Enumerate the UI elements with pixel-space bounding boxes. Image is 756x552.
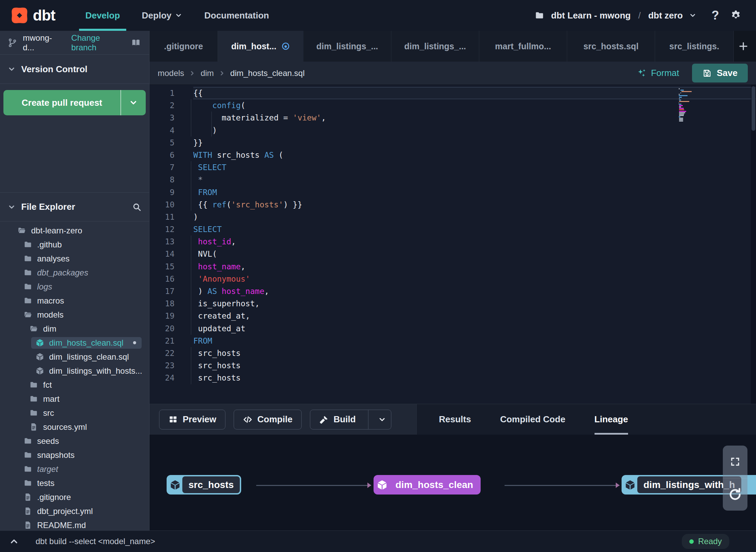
indent-guide [191,186,191,198]
tree-item-mart[interactable]: mart [0,392,149,406]
tree-item-label: dim_hosts_clean.sql [49,338,123,348]
code-line-20[interactable]: 20 updated_at [149,322,756,335]
editor-scrollbar[interactable] [751,85,756,404]
search-icon[interactable] [132,202,142,212]
code-line-3[interactable]: 3 materialized = 'view', [149,112,756,124]
tree-item-target[interactable]: target [0,462,149,476]
settings-gear-icon[interactable] [730,10,742,21]
panel-tab-compiled-code[interactable]: Compiled Code [500,404,565,435]
tree-item-dbt-packages[interactable]: dbt_packages [0,266,149,280]
code-line-2[interactable]: 2 config( [149,99,756,112]
build-button[interactable]: Build [310,410,392,429]
build-dropdown[interactable] [373,415,391,424]
tab-src-hosts.sql[interactable]: src_hosts.sql [567,31,655,62]
tree-item-dim-hosts-clean.sql[interactable]: dim_hosts_clean.sql [0,336,149,350]
chevron-down-icon [8,203,16,211]
tree-item-.gitignore[interactable]: .gitignore [0,490,149,504]
kebab-menu-icon[interactable] [738,536,747,547]
nav-item-documentation[interactable]: Documentation [195,0,278,31]
tree-item-src[interactable]: src [0,406,149,420]
code-line-1[interactable]: 1{{ [149,87,756,99]
docs-book-icon[interactable] [130,38,142,48]
breadcrumb-item-dim[interactable]: dim [200,68,214,78]
tree-item-models[interactable]: models [0,308,149,322]
code-editor[interactable]: 1{{2 config(3 materialized = 'view',4 )5… [149,85,756,404]
project-name[interactable]: dbt Learn - mwong [551,10,631,21]
command-input[interactable]: dbt build --select <model_name> [36,537,155,546]
tab-mart-fullmo...[interactable]: mart_fullmo... [479,31,567,62]
lineage-node-src_hosts[interactable]: src_hosts [167,475,241,495]
code-line-8[interactable]: 8 * [149,174,756,186]
change-branch-link[interactable]: Change branch [71,33,125,52]
dbt-logo[interactable]: dbt [10,0,55,31]
minimap[interactable] [679,88,696,122]
tree-item-dbt-project.yml[interactable]: dbt_project.yml [0,504,149,518]
tree-item-dbt-learn-zero[interactable]: dbt-learn-zero [0,223,149,238]
tree-item-dim[interactable]: dim [0,322,149,336]
tab-dim-listings-...[interactable]: dim_listings_... [303,31,391,62]
code-line-19[interactable]: 19 created_at, [149,310,756,322]
compile-button[interactable]: Compile [234,410,302,429]
tab-.gitignore[interactable]: .gitignore [149,31,218,62]
code-lines: 1{{2 config(3 materialized = 'view',4 )5… [149,87,756,384]
model-icon [170,479,181,490]
status-bar: dbt build --select <model_name> Ready [0,530,756,552]
panel-tab-lineage[interactable]: Lineage [595,404,628,435]
chevron-up-icon[interactable] [9,536,19,547]
tree-item-dim-listings-with-hosts...[interactable]: dim_listings_with_hosts... [0,364,149,378]
file-explorer-header[interactable]: File Explorer [0,193,149,221]
format-button[interactable]: Format [637,68,679,78]
scrollbar-thumb[interactable] [752,86,755,131]
reset-view-button[interactable] [723,478,747,511]
lineage-node-dim_hosts_clean[interactable]: dim_hosts_clean [374,475,481,495]
preview-button[interactable]: Preview [159,410,225,429]
pull-request-dropdown[interactable] [121,90,146,115]
tree-item-snapshots[interactable]: snapshots [0,448,149,462]
tab-dim-host...[interactable]: dim_host... [218,31,303,62]
tree-item-README.md[interactable]: README.md [0,518,149,530]
add-tab-button[interactable] [734,31,753,62]
environment-chevron-down-icon[interactable] [689,12,696,19]
code-line-5[interactable]: 5}} [149,137,756,149]
code-line-18[interactable]: 18 is_superhost, [149,297,756,310]
code-line-16[interactable]: 16 'Anonymous' [149,273,756,285]
code-line-9[interactable]: 9 FROM [149,186,756,198]
tree-item-dim-listings-clean.sql[interactable]: dim_listings_clean.sql [0,350,149,364]
tree-item-seeds[interactable]: seeds [0,434,149,448]
breadcrumb-item-models[interactable]: models [158,68,184,78]
tree-item-logs[interactable]: logs [0,280,149,294]
code-line-24[interactable]: 24 src_hosts [149,372,756,384]
code-line-4[interactable]: 4 ) [149,124,756,137]
code-line-13[interactable]: 13 host_id, [149,235,756,248]
code-line-15[interactable]: 15 host_name, [149,260,756,273]
code-line-22[interactable]: 22 src_hosts [149,347,756,359]
version-control-header[interactable]: Version Control [0,55,149,84]
code-line-10[interactable]: 10 {{ ref('src_hosts') }} [149,198,756,211]
tree-item-.github[interactable]: .github [0,238,149,252]
code-line-21[interactable]: 21FROM [149,335,756,347]
code-line-14[interactable]: 14 NVL( [149,248,756,260]
tree-item-sources.yml[interactable]: sources.yml [0,420,149,434]
code-line-6[interactable]: 6WITH src_hosts AS ( [149,149,756,161]
nav-item-develop[interactable]: Develop [76,0,129,31]
tab-dim-listings-...[interactable]: dim_listings_... [391,31,479,62]
tree-item-tests[interactable]: tests [0,476,149,490]
create-pull-request-button[interactable]: Create pull request [3,90,146,115]
help-icon[interactable]: ? [712,8,719,23]
code-line-12[interactable]: 12SELECT [149,223,756,235]
fullscreen-button[interactable] [723,446,747,478]
code-line-7[interactable]: 7 SELECT [149,161,756,174]
environment-name[interactable]: dbt zero [648,10,683,21]
tree-item-analyses[interactable]: analyses [0,252,149,266]
panel-tab-results[interactable]: Results [439,404,471,435]
tab-src-listings.[interactable]: src_listings. [655,31,734,62]
tree-item-fct[interactable]: fct [0,378,149,392]
save-button[interactable]: Save [692,64,748,82]
tree-item-macros[interactable]: macros [0,294,149,308]
nav-right: dbt Learn - mwong / dbt zero ? [534,0,756,31]
breadcrumb-item-dim-hosts-clean.sql[interactable]: dim_hosts_clean.sql [230,68,304,78]
code-line-17[interactable]: 17 ) AS host_name, [149,285,756,297]
code-line-11[interactable]: 11) [149,211,756,223]
code-line-23[interactable]: 23 src_hosts [149,359,756,372]
nav-item-deploy[interactable]: Deploy [132,0,192,31]
